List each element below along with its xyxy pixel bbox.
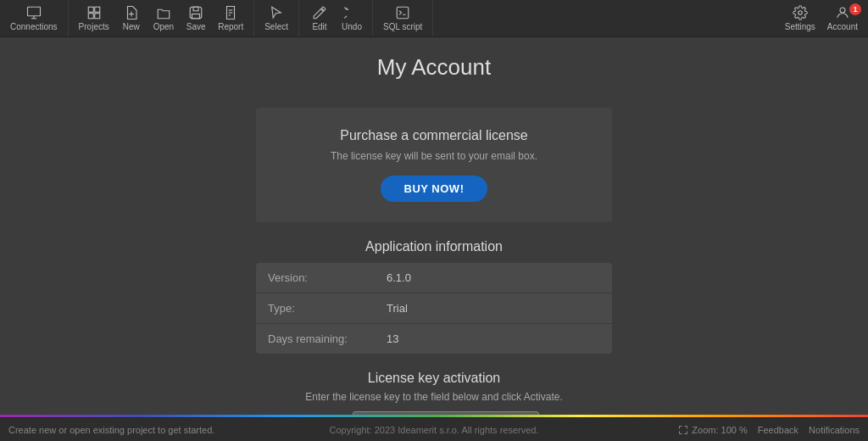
toolbar-group-account: Settings Account 1 [775,0,868,36]
account-button[interactable]: Account 1 [822,2,863,36]
svg-rect-14 [397,7,409,19]
account-badge: 1 [849,3,861,15]
main-content: My Account Purchase a commercial license… [0,37,868,415]
days-label: Days remaining: [256,324,375,354]
svg-rect-6 [94,14,99,19]
undo-button[interactable]: Undo [337,2,367,36]
app-info-section: Application information Version: 6.1.0 T… [256,239,612,354]
svg-rect-4 [94,7,99,12]
toolbar-group-edit: Edit Undo [299,0,373,36]
expand-icon [678,425,688,435]
notifications-button[interactable]: Notifications [809,425,860,435]
svg-rect-5 [88,14,93,19]
open-button[interactable]: Open [148,2,179,36]
new-button[interactable]: New [116,2,147,36]
license-subtitle: Enter the license key to the field below… [256,391,612,403]
type-value: Trial [375,293,612,324]
edit-button[interactable]: Edit [304,2,335,36]
app-info-title: Application information [256,239,612,254]
connections-button[interactable]: Connections [5,2,63,36]
type-label: Type: [256,293,375,324]
status-bar-right: Zoom: 100 % Feedback Notifications [576,425,860,435]
toolbar: Connections Projects New Open Save Repor… [0,0,868,37]
sql-script-button[interactable]: SQL script [378,2,427,36]
status-bar-left: Create new or open existing project to g… [8,425,292,435]
toolbar-group-projects: Projects New Open Save Report [69,0,255,36]
toolbar-group-select: Select [254,0,299,36]
zoom-indicator: Zoom: 100 % [678,425,747,435]
page-title: My Account [377,54,491,81]
days-value: 13 [375,324,612,354]
svg-rect-0 [27,7,40,16]
status-text: Create new or open existing project to g… [8,425,214,435]
save-button[interactable]: Save [181,2,211,36]
buy-now-button[interactable]: BUY NOW! [381,176,488,202]
feedback-button[interactable]: Feedback [758,425,798,435]
version-label: Version: [256,263,375,293]
settings-button[interactable]: Settings [780,2,821,36]
status-bar: Create new or open existing project to g… [0,417,868,441]
svg-rect-9 [193,7,198,11]
toolbar-group-sql: SQL script [373,0,433,36]
report-button[interactable]: Report [213,2,248,36]
app-info-table: Version: 6.1.0 Type: Trial Days remainin… [256,263,612,354]
purchase-section: Purchase a commercial license The licens… [256,108,612,222]
toolbar-group-connections: Connections [0,0,69,36]
license-section: License key activation Enter the license… [256,371,612,415]
purchase-title: Purchase a commercial license [290,128,578,143]
select-button[interactable]: Select [259,2,293,36]
table-row: Version: 6.1.0 [256,263,612,293]
svg-point-15 [798,11,803,15]
status-bar-center: Copyright: 2023 Ideamerit s.r.o. All rig… [292,425,576,435]
svg-rect-10 [192,14,200,19]
table-row: Type: Trial [256,293,612,324]
svg-rect-3 [88,7,93,12]
purchase-subtitle: The license key will be sent to your ema… [290,150,578,162]
license-title: License key activation [256,371,612,386]
projects-button[interactable]: Projects [74,2,114,36]
copyright-text: Copyright: 2023 Ideamerit s.r.o. All rig… [330,425,539,435]
table-row: Days remaining: 13 [256,324,612,354]
svg-point-16 [840,8,845,13]
version-value: 6.1.0 [375,263,612,293]
